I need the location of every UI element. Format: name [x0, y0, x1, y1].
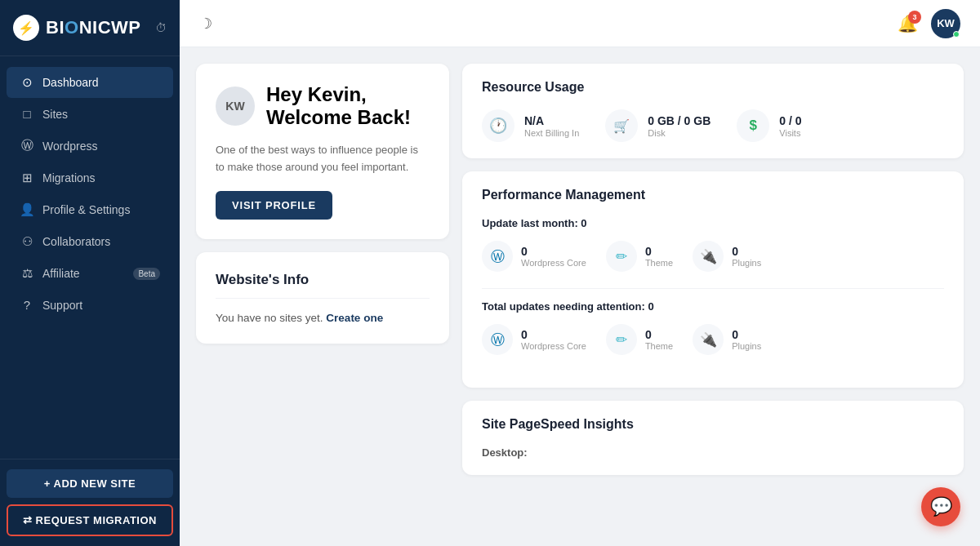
sidebar-item-label: Profile & Settings: [42, 203, 130, 216]
welcome-header: KW Hey Kevin, Welcome Back!: [216, 83, 430, 129]
chat-button[interactable]: 💬: [921, 487, 960, 526]
theme-icon-attention: ✏: [606, 324, 637, 355]
topbar-right: 🔔 3 KW: [898, 9, 960, 38]
billing-label: Next Billing In: [524, 128, 579, 138]
content-area: KW Hey Kevin, Welcome Back! One of the b…: [180, 47, 980, 546]
sites-icon: □: [20, 107, 34, 121]
wp-icon: Ⓦ: [482, 241, 513, 272]
logo-text: BIONICWP: [46, 17, 140, 38]
welcome-initials: KW: [225, 100, 244, 113]
perf-plugins-attention: 🔌 0 Plugins: [693, 324, 761, 355]
sidebar-item-wordpress[interactable]: Ⓦ Wordpress: [7, 130, 173, 162]
divider: [482, 288, 944, 289]
perf-theme: ✏ 0 Theme: [606, 241, 673, 272]
support-icon: ?: [20, 298, 34, 312]
last-month-title: Update last month: 0: [482, 217, 944, 229]
create-site-link[interactable]: Create one: [326, 312, 383, 324]
sidebar-item-support[interactable]: ? Support: [7, 290, 173, 320]
migrations-icon: ⊞: [20, 171, 34, 185]
theme-icon: ✏: [606, 241, 637, 272]
sidebar-logo: ⚡ BIONICWP ⏱: [0, 0, 180, 56]
online-status-dot: [953, 31, 960, 38]
perf-wp-core: Ⓦ 0 Wordpress Core: [482, 241, 586, 272]
topbar: ☽ 🔔 3 KW: [180, 0, 980, 47]
disk-icon: 🛒: [605, 109, 638, 142]
performance-title: Performance Management: [482, 188, 944, 202]
disk-label: Disk: [648, 128, 710, 138]
add-new-site-button[interactable]: + ADD NEW SITE: [7, 469, 173, 498]
visits-label: Visits: [779, 128, 801, 138]
perf-plugins: 🔌 0 Plugins: [693, 241, 761, 272]
welcome-card: KW Hey Kevin, Welcome Back! One of the b…: [196, 64, 449, 239]
sidebar: ⚡ BIONICWP ⏱ ⊙ Dashboard □ Sites Ⓦ Wordp…: [0, 0, 180, 546]
resource-usage-title: Resource Usage: [482, 80, 944, 95]
last-month-items: Ⓦ 0 Wordpress Core ✏ 0 Theme: [482, 241, 944, 272]
sidebar-item-label: Sites: [42, 108, 68, 121]
sidebar-item-sites[interactable]: □ Sites: [7, 99, 173, 129]
resource-disk: 🛒 0 GB / 0 GB Disk: [605, 109, 710, 142]
perf-theme-attention: ✏ 0 Theme: [606, 324, 673, 355]
sidebar-item-affiliate[interactable]: ⚖ Affiliate Beta: [7, 258, 173, 289]
logo-icon: ⚡: [13, 15, 39, 41]
sidebar-item-label: Dashboard: [42, 76, 99, 89]
sidebar-item-label: Migrations: [42, 171, 96, 184]
no-sites-text: You have no sites yet. Create one: [216, 312, 430, 324]
dashboard-icon: ⊙: [20, 75, 34, 90]
user-initials: KW: [937, 17, 955, 29]
sidebar-item-profile-settings[interactable]: 👤 Profile & Settings: [7, 194, 173, 225]
visits-icon: $: [737, 109, 769, 142]
resource-visits: $ 0 / 0 Visits: [737, 109, 801, 142]
website-info-card: Website's Info You have no sites yet. Cr…: [196, 252, 449, 344]
sidebar-footer: + ADD NEW SITE ⇄ REQUEST MIGRATION: [0, 459, 180, 546]
visit-profile-button[interactable]: VISIT PROFILE: [216, 191, 332, 220]
attention-title: Total updates needing attention: 0: [482, 300, 944, 313]
wp-icon-attention: Ⓦ: [482, 324, 513, 355]
visits-value: 0 / 0: [779, 114, 801, 127]
sidebar-item-label: Support: [42, 299, 82, 312]
sidebar-item-label: Collaborators: [42, 235, 110, 248]
resource-items: 🕐 N/A Next Billing In 🛒 0 GB / 0 GB Disk: [482, 109, 944, 142]
sidebar-item-label: Affiliate: [42, 267, 80, 280]
topbar-left: ☽: [199, 15, 212, 33]
welcome-greeting: Hey Kevin, Welcome Back!: [266, 83, 411, 129]
notifications-button[interactable]: 🔔 3: [898, 14, 918, 33]
request-migration-button[interactable]: ⇄ REQUEST MIGRATION: [7, 504, 173, 536]
notifications-badge: 3: [908, 11, 921, 24]
welcome-text: Hey Kevin, Welcome Back!: [266, 83, 411, 129]
pagespeed-desktop-label: Desktop:: [482, 446, 944, 459]
disk-info: 0 GB / 0 GB Disk: [648, 114, 710, 138]
plugins-icon-attention: 🔌: [693, 324, 724, 355]
content-left: KW Hey Kevin, Welcome Back! One of the b…: [196, 64, 449, 530]
main-area: ☽ 🔔 3 KW KW: [180, 0, 980, 546]
sidebar-item-label: Wordpress: [42, 140, 97, 153]
dark-mode-icon[interactable]: ☽: [199, 15, 212, 33]
welcome-avatar: KW: [216, 87, 255, 126]
sidebar-item-collaborators[interactable]: ⚇ Collaborators: [7, 226, 173, 257]
welcome-quote: One of the best ways to influence people…: [216, 142, 430, 176]
sidebar-item-migrations[interactable]: ⊞ Migrations: [7, 162, 173, 193]
user-avatar[interactable]: KW: [931, 9, 960, 38]
affiliate-icon: ⚖: [20, 266, 34, 281]
collaborators-icon: ⚇: [20, 234, 34, 249]
affiliate-badge: Beta: [133, 268, 160, 280]
theme-info-attention: 0 Theme: [645, 328, 673, 351]
content-right: Resource Usage 🕐 N/A Next Billing In 🛒 0…: [462, 64, 964, 530]
plugins-info: 0 Plugins: [732, 245, 761, 268]
visits-info: 0 / 0 Visits: [779, 114, 801, 138]
billing-value: N/A: [524, 114, 579, 127]
wordpress-icon: Ⓦ: [20, 138, 34, 153]
resource-usage-card: Resource Usage 🕐 N/A Next Billing In 🛒 0…: [462, 64, 964, 158]
wp-info: 0 Wordpress Core: [521, 245, 586, 268]
sidebar-item-dashboard[interactable]: ⊙ Dashboard: [7, 67, 173, 98]
wp-info-attention: 0 Wordpress Core: [521, 328, 586, 351]
history-icon[interactable]: ⏱: [155, 21, 167, 34]
website-info-title: Website's Info: [216, 272, 430, 299]
resource-billing: 🕐 N/A Next Billing In: [482, 109, 579, 142]
theme-info: 0 Theme: [645, 245, 673, 268]
performance-card: Performance Management Update last month…: [462, 171, 964, 388]
pagespeed-card: Site PageSpeed Insights Desktop:: [462, 401, 964, 475]
plugins-icon: 🔌: [693, 241, 724, 272]
sidebar-nav: ⊙ Dashboard □ Sites Ⓦ Wordpress ⊞ Migrat…: [0, 56, 180, 459]
profile-icon: 👤: [20, 202, 34, 217]
disk-value: 0 GB / 0 GB: [648, 114, 710, 127]
